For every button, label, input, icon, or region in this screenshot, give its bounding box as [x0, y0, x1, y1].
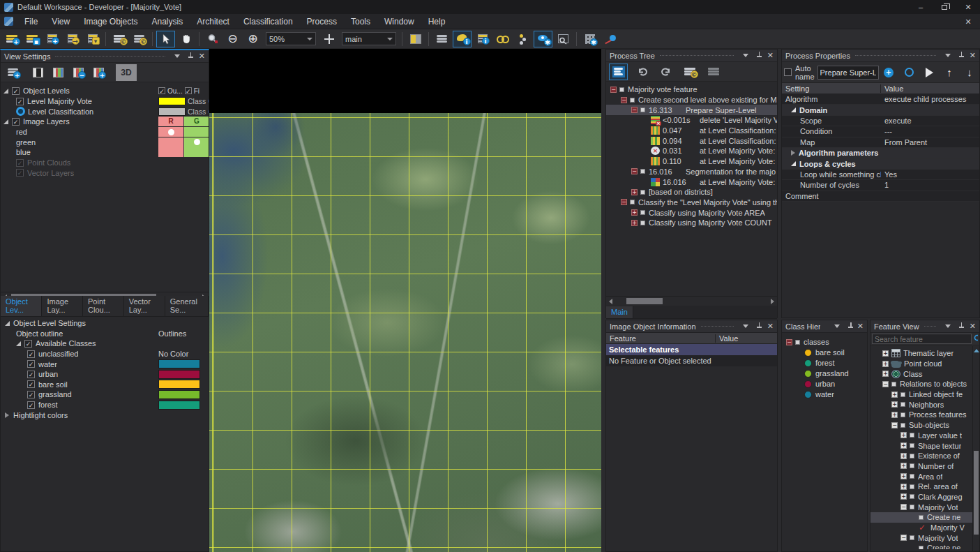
tree-item-majority-vot[interactable]: −Majority Vot [870, 532, 973, 543]
redo-button[interactable] [656, 64, 675, 80]
tree-item-area-of[interactable]: +Area of [870, 471, 973, 482]
expand-icon[interactable]: + [882, 371, 889, 377]
tree-item-rel-area-of[interactable]: +Rel. area of [870, 482, 973, 492]
ols-row-water[interactable]: ✓water [1, 359, 209, 369]
menu-item-architect[interactable]: Architect [190, 14, 236, 29]
tree-item-classify-using-majority-vote-area[interactable]: +Classify using Majority Vote AREA [606, 207, 777, 218]
pin-icon[interactable] [959, 322, 964, 330]
expanded-icon[interactable] [791, 107, 796, 112]
collapse-icon[interactable]: − [900, 504, 907, 510]
ols-row-object-level-settings[interactable]: Object Level Settings [1, 318, 209, 329]
checkbox[interactable]: ✓ [24, 340, 32, 348]
green-channel-cell[interactable] [184, 127, 209, 137]
close-icon[interactable]: ✕ [970, 51, 976, 60]
outline-column-checkbox[interactable]: ✓ [158, 87, 165, 94]
tree-item-classify-using-majority-vote-count[interactable]: +Classify using Majority Vote COUNT [606, 218, 777, 228]
zoom-area-button[interactable] [203, 31, 222, 47]
column-value[interactable]: Value [881, 84, 979, 93]
map-view-select[interactable]: main [342, 32, 396, 45]
checkbox[interactable]: ✓ [27, 350, 35, 358]
chevron-down-icon[interactable] [945, 325, 951, 328]
feature-view-vscrollbar[interactable] [972, 346, 979, 551]
class-color-swatch[interactable] [158, 359, 200, 368]
image-layer-bars-button[interactable] [432, 31, 451, 47]
tree-item-at-level-majority-vote-merg[interactable]: 0.110at Level Majority Vote: merg [606, 156, 777, 167]
expand-icon[interactable]: + [900, 463, 907, 469]
checkbox[interactable]: ✓ [27, 391, 35, 398]
ols-row-available-classes[interactable]: ✓Available Classes [1, 338, 209, 349]
column-feature[interactable]: Feature [606, 334, 716, 343]
menu-item-help[interactable]: Help [421, 14, 453, 29]
layer-mixing-button[interactable]: © [130, 31, 149, 47]
collapsed-icon[interactable] [5, 412, 9, 418]
expand-icon[interactable]: + [891, 412, 898, 418]
zoom-in-button[interactable]: ⊕ [243, 31, 262, 47]
scroll-right-icon[interactable] [771, 299, 774, 304]
view-settings-row-image-layers[interactable]: ✓Image LayersRG [1, 117, 209, 127]
ols-row-bare-soil[interactable]: ✓bare soil [1, 380, 209, 390]
level-color-swatch[interactable] [158, 97, 186, 105]
new-view-setting-button[interactable]: + [3, 64, 22, 81]
view-settings-row-level-majority-vote[interactable]: ✓Level Majority VoteClass C [1, 96, 209, 107]
tree-item-existence-of[interactable]: +Existence of [870, 451, 973, 461]
ols-row-object-outline[interactable]: Object outlineOutlines [1, 329, 209, 339]
pp-row-domain[interactable]: Domain [782, 105, 979, 115]
close-icon[interactable]: ✕ [199, 52, 205, 61]
collapse-icon[interactable]: − [621, 199, 627, 205]
checkbox[interactable]: ✓ [16, 169, 24, 177]
checkbox[interactable]: ✓ [12, 87, 20, 95]
tab-object-lev[interactable]: Object Lev... [1, 296, 42, 316]
class-color-swatch[interactable] [158, 390, 200, 399]
ols-row-unclassified[interactable]: ✓unclassifiedNo Color [1, 349, 209, 359]
tab-vector-lay[interactable]: Vector Lay... [124, 296, 165, 316]
view-settings-row-red[interactable]: red [1, 127, 209, 137]
pp-row-number-of-cycles[interactable]: Number of cycles1 [782, 180, 979, 191]
map-viewport[interactable] [209, 113, 601, 552]
workspace-settings-button[interactable]: ✱ [580, 31, 599, 47]
tree-item-majority-vot[interactable]: −Majority Vot [870, 502, 973, 512]
tree-item-create-ne[interactable]: Create ne [870, 543, 973, 549]
tree-item-create-second-level-above-existing-for-majo[interactable]: −Create second level above existing for … [606, 95, 777, 105]
menu-item-window[interactable]: Window [377, 14, 421, 29]
expanded-icon[interactable] [16, 341, 21, 346]
import-data-button[interactable]: → [63, 31, 82, 47]
three-d-toggle-button[interactable]: 3D [116, 64, 137, 81]
tree-item-shape-textur[interactable]: +Shape textur [870, 440, 973, 451]
algorithm-settings-button[interactable]: + [880, 64, 898, 81]
search-input[interactable] [872, 334, 972, 344]
menu-item-view[interactable]: View [45, 14, 77, 29]
class-item-grassland[interactable]: grassland [782, 368, 867, 379]
collapse-icon[interactable]: − [621, 97, 627, 103]
pp-row-map[interactable]: MapFrom Parent [782, 137, 979, 148]
move-down-button[interactable]: ↓ [960, 64, 979, 81]
tree-item-clark-aggreg[interactable]: +Clark Aggreg [870, 492, 973, 502]
tree-item-at-level-majority-vote[interactable]: 16.016at Level Majority Vote: [606, 177, 777, 187]
pin-icon[interactable] [959, 52, 964, 59]
expand-icon[interactable]: + [900, 453, 907, 459]
expand-icon[interactable]: + [900, 442, 907, 449]
expanded-icon[interactable] [3, 89, 8, 94]
red-channel-cell[interactable] [158, 127, 184, 137]
view-settings-row-vector-layers[interactable]: ✓Vector Layers [1, 168, 209, 179]
minimize-button[interactable]: – [909, 1, 933, 13]
add-data-table-button[interactable]: + [43, 31, 61, 47]
chevron-down-icon[interactable] [945, 54, 951, 57]
checkbox[interactable]: ✓ [16, 98, 24, 105]
vector-edit-button[interactable] [601, 31, 619, 47]
close-icon[interactable]: ✕ [767, 51, 774, 60]
green-channel-cell[interactable] [184, 137, 209, 147]
close-icon[interactable]: ✕ [767, 322, 774, 331]
expanded-icon[interactable] [5, 321, 10, 326]
zoom-actual-button[interactable] [319, 31, 338, 47]
expand-icon[interactable]: + [900, 473, 907, 479]
show-classification-button[interactable] [493, 31, 512, 47]
remove-layer-view-button[interactable]: − [69, 64, 88, 81]
pp-row-loop-while-something-cha[interactable]: Loop while something cha...Yes [782, 170, 979, 180]
load-scene-button[interactable]: + [2, 31, 21, 47]
class-item-bare-soil[interactable]: bare soil [782, 348, 867, 358]
collapse-icon[interactable]: − [891, 422, 898, 428]
collapse-icon[interactable]: − [631, 107, 638, 113]
class-color-swatch[interactable] [158, 401, 200, 410]
green-channel-cell[interactable] [184, 147, 209, 157]
select-cursor-button[interactable] [156, 31, 175, 47]
